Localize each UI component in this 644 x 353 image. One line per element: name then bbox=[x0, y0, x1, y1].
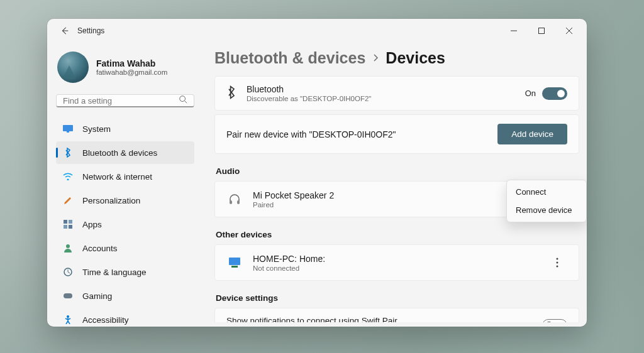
sidebar-item-time-language[interactable]: Time & language bbox=[56, 261, 194, 283]
svg-rect-2 bbox=[63, 125, 73, 131]
sidebar-item-apps[interactable]: Apps bbox=[56, 213, 194, 236]
breadcrumb: Bluetooth & devices Devices bbox=[214, 49, 587, 67]
swift-pair-toggle-label: Off bbox=[525, 320, 536, 322]
svg-rect-0 bbox=[539, 28, 545, 34]
sidebar-item-accounts[interactable]: Accounts bbox=[56, 237, 194, 259]
svg-rect-10 bbox=[64, 293, 72, 298]
minimize-icon bbox=[511, 28, 517, 34]
monitor-icon bbox=[62, 123, 74, 134]
sidebar-item-label: Time & language bbox=[82, 268, 147, 277]
gamepad-icon bbox=[62, 290, 74, 301]
svg-point-11 bbox=[67, 315, 69, 318]
section-audio: Audio bbox=[216, 166, 579, 176]
headphones-icon bbox=[226, 191, 243, 207]
sidebar-item-label: Network & internet bbox=[82, 172, 152, 182]
search-input[interactable] bbox=[63, 96, 179, 106]
device-name: Mi Pocket Speaker 2 bbox=[253, 190, 334, 200]
add-device-button[interactable]: Add device bbox=[497, 124, 567, 144]
pair-text: Pair new device with "DESKTOP-0IH0OF2" bbox=[226, 129, 396, 139]
svg-rect-17 bbox=[229, 258, 240, 265]
svg-point-19 bbox=[557, 258, 558, 260]
sidebar-item-label: Apps bbox=[82, 220, 102, 229]
wifi-icon bbox=[62, 171, 74, 182]
sidebar-item-label: System bbox=[82, 124, 111, 134]
other-device-row[interactable]: HOME-PC: Home: Not connected bbox=[214, 244, 579, 281]
svg-rect-4 bbox=[64, 220, 67, 224]
sidebar-item-accessibility[interactable]: Accessibility bbox=[56, 308, 194, 327]
close-icon bbox=[566, 28, 572, 34]
sidebar: Fatima Wahab fatiwahab@gmail.com System … bbox=[47, 43, 203, 327]
context-connect[interactable]: Connect bbox=[507, 183, 586, 201]
window-title: Settings bbox=[77, 26, 104, 35]
section-other: Other devices bbox=[216, 230, 579, 239]
main-panel: Bluetooth & devices Devices Bluetooth Di… bbox=[203, 43, 587, 327]
device-context-menu: Connect Remove device bbox=[506, 180, 587, 222]
back-button[interactable] bbox=[56, 26, 74, 35]
sidebar-item-label: Gaming bbox=[82, 291, 112, 301]
minimize-button[interactable] bbox=[500, 21, 528, 40]
maximize-icon bbox=[538, 28, 545, 34]
paintbrush-icon bbox=[62, 195, 74, 206]
chevron-right-icon bbox=[372, 53, 379, 64]
breadcrumb-parent[interactable]: Bluetooth & devices bbox=[214, 49, 365, 67]
svg-rect-6 bbox=[64, 225, 67, 229]
search-icon bbox=[179, 95, 187, 106]
svg-rect-12 bbox=[230, 200, 232, 204]
sidebar-item-bluetooth-devices[interactable]: Bluetooth & devices bbox=[56, 141, 194, 164]
arrow-left-icon bbox=[60, 26, 69, 35]
sidebar-item-label: Personalization bbox=[82, 196, 140, 205]
sidebar-item-system[interactable]: System bbox=[56, 117, 194, 140]
swift-pair-toggle[interactable] bbox=[542, 319, 567, 323]
breadcrumb-current: Devices bbox=[386, 49, 445, 67]
device-name: HOME-PC: Home: bbox=[253, 254, 325, 264]
svg-rect-18 bbox=[231, 266, 238, 268]
sidebar-item-label: Accessibility bbox=[82, 315, 129, 325]
context-remove-device[interactable]: Remove device bbox=[507, 201, 586, 219]
sidebar-item-label: Bluetooth & devices bbox=[82, 148, 157, 158]
svg-rect-3 bbox=[67, 131, 69, 133]
nav-list: System Bluetooth & devices Network & int… bbox=[56, 117, 194, 327]
swift-pair-row: Show notifications to connect using Swif… bbox=[214, 308, 579, 322]
maximize-button[interactable] bbox=[528, 21, 555, 40]
bluetooth-toggle-label: On bbox=[525, 89, 536, 98]
pair-card: Pair new device with "DESKTOP-0IH0OF2" A… bbox=[214, 114, 579, 154]
svg-point-21 bbox=[557, 266, 558, 268]
profile-name: Fatima Wahab bbox=[96, 58, 167, 68]
bluetooth-subtitle: Discoverable as "DESKTOP-0IH0OF2" bbox=[247, 95, 371, 102]
more-vertical-icon bbox=[556, 258, 558, 268]
other-device-more-button[interactable] bbox=[547, 253, 567, 273]
sidebar-item-personalization[interactable]: Personalization bbox=[56, 189, 194, 212]
close-button[interactable] bbox=[555, 21, 583, 40]
settings-window: Settings Fatima Wahab fatiwahab@gmail.co… bbox=[47, 19, 587, 327]
sidebar-item-network[interactable]: Network & internet bbox=[56, 165, 194, 188]
svg-point-8 bbox=[66, 244, 70, 248]
svg-rect-5 bbox=[69, 220, 72, 224]
clock-globe-icon bbox=[62, 266, 74, 278]
titlebar: Settings bbox=[47, 19, 587, 43]
sidebar-item-label: Accounts bbox=[82, 244, 118, 253]
avatar bbox=[57, 52, 89, 83]
section-device-settings: Device settings bbox=[216, 293, 579, 303]
swift-pair-title: Show notifications to connect using Swif… bbox=[226, 316, 518, 322]
svg-point-1 bbox=[180, 96, 186, 102]
bluetooth-icon bbox=[62, 147, 74, 158]
bluetooth-card: Bluetooth Discoverable as "DESKTOP-0IH0O… bbox=[214, 76, 579, 111]
sidebar-item-gaming[interactable]: Gaming bbox=[56, 285, 194, 307]
accessibility-icon bbox=[62, 314, 74, 325]
svg-point-20 bbox=[557, 262, 558, 264]
svg-rect-13 bbox=[237, 200, 240, 204]
bluetooth-toggle[interactable] bbox=[542, 87, 567, 100]
apps-icon bbox=[62, 219, 74, 230]
person-icon bbox=[62, 242, 74, 254]
search-box[interactable] bbox=[56, 94, 194, 107]
bluetooth-title: Bluetooth bbox=[247, 84, 371, 94]
device-status: Not connected bbox=[253, 264, 325, 272]
pc-icon bbox=[226, 254, 243, 271]
svg-rect-7 bbox=[69, 225, 72, 229]
bluetooth-icon bbox=[226, 85, 236, 102]
profile-block[interactable]: Fatima Wahab fatiwahab@gmail.com bbox=[57, 49, 194, 88]
window-controls bbox=[500, 21, 583, 40]
device-status: Paired bbox=[253, 201, 334, 209]
profile-email: fatiwahab@gmail.com bbox=[96, 68, 167, 76]
